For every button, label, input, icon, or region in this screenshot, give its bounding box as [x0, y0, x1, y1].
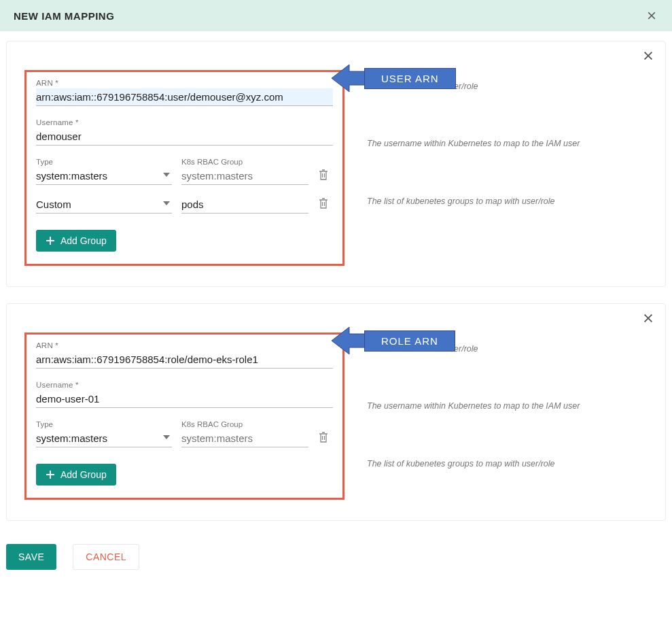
card-close-icon[interactable]	[642, 312, 654, 327]
group-name-input[interactable]	[181, 167, 308, 185]
callout-label: ROLE ARN	[364, 330, 455, 352]
save-button[interactable]: SAVE	[6, 544, 56, 570]
mapping-card-user: USER ARN The ARN of the IAM user/role Th…	[6, 41, 666, 287]
callout-user-arn: USER ARN	[332, 63, 456, 93]
field-hints: The ARN of the IAM user/role The usernam…	[367, 81, 652, 253]
callout-role-arn: ROLE ARN	[332, 326, 455, 356]
dialog-footer: SAVE CANCEL	[6, 537, 666, 570]
group-row: system:masters	[36, 430, 333, 447]
k8sgroup-label: K8s RBAC Group	[181, 420, 308, 428]
highlighted-form: ARN * Username * Type K8s RBAC Group sys…	[24, 70, 344, 266]
card-close-icon[interactable]	[642, 50, 654, 65]
svg-marker-0	[332, 65, 366, 92]
hint-groups: The list of kubenetes groups to map with…	[367, 196, 652, 207]
close-icon[interactable]	[645, 9, 658, 22]
hint-username: The username within Kubernetes to map to…	[367, 400, 652, 411]
add-group-label: Add Group	[60, 235, 107, 246]
group-type-select[interactable]: system:masters	[36, 430, 172, 447]
trash-icon[interactable]	[318, 200, 329, 211]
group-row: system:masters	[36, 167, 333, 185]
hint-username: The username within Kubernetes to map to…	[367, 138, 652, 149]
k8sgroup-label: K8s RBAC Group	[181, 158, 308, 166]
username-input[interactable]	[36, 390, 333, 408]
mapping-card-role: ROLE ARN The ARN of the IAM user/role Th…	[6, 303, 666, 521]
type-label: Type	[36, 420, 172, 428]
username-label: Username *	[36, 381, 333, 389]
add-group-label: Add Group	[60, 469, 107, 480]
dialog-header: NEW IAM MAPPING	[0, 0, 672, 31]
dialog-title: NEW IAM MAPPING	[14, 10, 114, 22]
username-label: Username *	[36, 118, 333, 126]
field-hints: The ARN of the IAM user/role The usernam…	[367, 343, 652, 515]
arn-label: ARN *	[36, 341, 333, 349]
arn-input[interactable]	[36, 351, 333, 369]
trash-icon[interactable]	[318, 434, 329, 445]
arn-input[interactable]	[36, 88, 333, 106]
group-type-select[interactable]: Custom	[36, 196, 172, 214]
svg-marker-1	[332, 327, 366, 354]
add-group-button[interactable]: Add Group	[36, 464, 116, 485]
arn-label: ARN *	[36, 79, 333, 87]
add-group-button[interactable]: Add Group	[36, 230, 116, 252]
callout-label: USER ARN	[364, 68, 456, 89]
trash-icon[interactable]	[318, 171, 329, 183]
type-label: Type	[36, 158, 172, 166]
group-name-input[interactable]	[181, 430, 308, 447]
highlighted-form: ARN * Username * Type K8s RBAC Group sys…	[24, 332, 344, 500]
group-type-select[interactable]: system:masters	[36, 167, 172, 185]
username-input[interactable]	[36, 128, 333, 146]
group-row: Custom	[36, 196, 333, 214]
cancel-button[interactable]: CANCEL	[73, 544, 139, 570]
group-name-input[interactable]	[181, 196, 308, 214]
hint-groups: The list of kubenetes groups to map with…	[367, 458, 652, 469]
